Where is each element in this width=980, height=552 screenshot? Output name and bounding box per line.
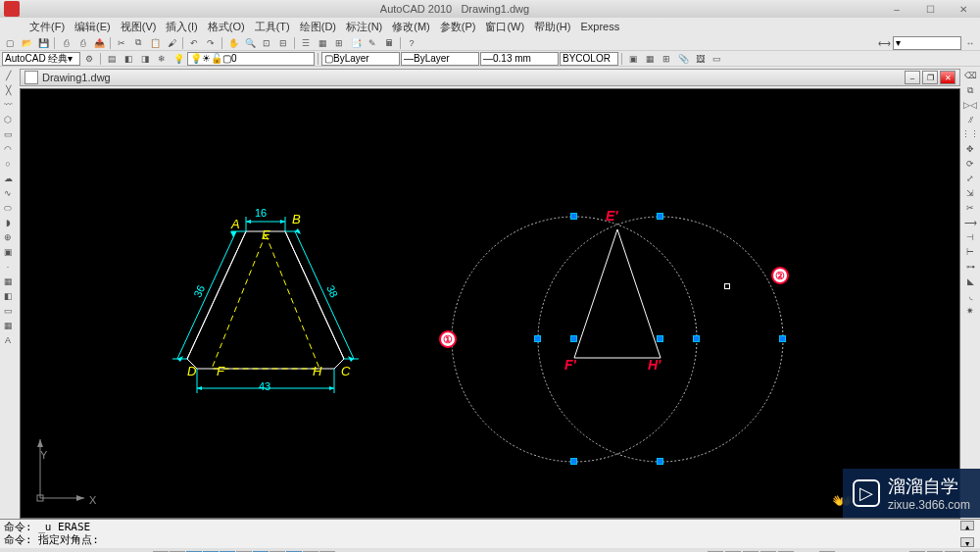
menu-file[interactable]: 文件(F) xyxy=(25,19,69,35)
layer-freeze-icon[interactable]: ❄ xyxy=(154,52,170,66)
erase-icon[interactable]: ⌫ xyxy=(963,69,977,82)
grip-circle2-east[interactable] xyxy=(779,335,786,342)
cmd-scroll-down[interactable]: ▼ xyxy=(960,537,974,547)
block-insert-icon[interactable]: ▣ xyxy=(625,52,641,66)
rectangle-icon[interactable]: ▭ xyxy=(1,127,15,141)
spline-icon[interactable]: ∿ xyxy=(1,186,15,200)
mirror-icon[interactable]: ▷◁ xyxy=(963,98,977,112)
cut-icon[interactable]: ✂ xyxy=(114,36,129,50)
grip-circle2-south[interactable] xyxy=(657,458,663,465)
menu-dimension[interactable]: 标注(N) xyxy=(342,19,386,35)
publish-icon[interactable]: 📤 xyxy=(91,36,107,50)
dim-style-dropdown[interactable]: ▾ xyxy=(893,36,961,50)
grip-circle2-west[interactable] xyxy=(534,335,541,342)
ellipsearc-icon[interactable]: ◗ xyxy=(1,216,15,229)
image-icon[interactable]: 🖼 xyxy=(692,52,708,66)
menu-tools[interactable]: 工具(T) xyxy=(251,19,294,35)
plotstyle-dropdown[interactable]: BYCOLOR xyxy=(560,52,618,66)
menu-insert[interactable]: 插入(I) xyxy=(162,19,201,35)
doc-minimize-button[interactable]: – xyxy=(905,71,920,84)
zoom-previous-icon[interactable]: ⊟ xyxy=(275,36,291,50)
calc-icon[interactable]: 🖩 xyxy=(381,36,397,50)
sheet-set-icon[interactable]: 📑 xyxy=(348,36,364,50)
scale-icon[interactable]: ⤢ xyxy=(963,172,977,185)
break-icon[interactable]: ⊢ xyxy=(963,245,977,259)
paste-icon[interactable]: 📋 xyxy=(147,36,163,50)
hatch-icon[interactable]: ▦ xyxy=(1,275,15,288)
ellipse-icon[interactable]: ⬭ xyxy=(1,201,15,215)
redo-icon[interactable]: ↷ xyxy=(203,36,219,50)
drawing-canvas[interactable]: A B C D E F H 16 36 38 43 xyxy=(20,88,960,519)
pan-icon[interactable]: ✋ xyxy=(225,36,241,50)
color-dropdown[interactable]: ▢ ByLayer xyxy=(321,52,400,66)
maximize-button[interactable]: ☐ xyxy=(917,2,943,16)
region-icon[interactable]: ▭ xyxy=(1,304,15,318)
block-create-icon[interactable]: ▦ xyxy=(642,52,658,66)
layer-iso-icon[interactable]: ◨ xyxy=(137,52,153,66)
doc-close-button[interactable]: ✕ xyxy=(940,71,956,84)
tool-palette-icon[interactable]: ⊞ xyxy=(331,36,347,50)
xref-icon[interactable]: 📎 xyxy=(675,52,691,66)
join-icon[interactable]: ⊶ xyxy=(963,260,977,274)
zoom-realtime-icon[interactable]: 🔍 xyxy=(242,36,258,50)
menu-edit[interactable]: 编辑(E) xyxy=(71,19,115,35)
layer-states-icon[interactable]: ◧ xyxy=(121,52,136,66)
circle-icon[interactable]: ○ xyxy=(1,157,15,171)
trim-icon[interactable]: ✂ xyxy=(963,201,977,215)
point-icon[interactable]: · xyxy=(1,260,15,274)
arc-icon[interactable]: ◠ xyxy=(1,142,15,156)
gradient-icon[interactable]: ◧ xyxy=(1,289,15,303)
block-edit-icon[interactable]: ⊞ xyxy=(659,52,674,66)
extend-icon[interactable]: ⟶ xyxy=(963,216,977,229)
cmd-scroll-up[interactable]: ▲ xyxy=(960,521,974,530)
menu-view[interactable]: 视图(V) xyxy=(117,19,161,35)
menu-help[interactable]: 帮助(H) xyxy=(530,19,574,35)
chamfer-icon[interactable]: ◣ xyxy=(963,275,977,288)
copy-obj-icon[interactable]: ⧉ xyxy=(963,83,977,97)
save-icon[interactable]: 💾 xyxy=(35,36,51,50)
array-icon[interactable]: ⋮⋮ xyxy=(963,127,977,141)
minimize-button[interactable]: – xyxy=(884,2,909,16)
grip-circle2-north[interactable] xyxy=(657,213,663,220)
linetype-dropdown[interactable]: — ByLayer xyxy=(401,52,479,66)
pline-icon[interactable]: 〰 xyxy=(1,98,15,112)
move-icon[interactable]: ✥ xyxy=(963,142,977,156)
copy-icon[interactable]: ⧉ xyxy=(130,36,146,50)
command-line[interactable]: 命令: _u ERASE 命令: 指定对角点: 命令: ▲ ▼ xyxy=(0,519,980,548)
insert-icon[interactable]: ⊕ xyxy=(1,230,15,244)
lineweight-dropdown[interactable]: — 0.13 mm xyxy=(480,52,559,66)
menu-express[interactable]: Express xyxy=(576,20,623,33)
menu-modify[interactable]: 修改(M) xyxy=(388,19,434,35)
open-icon[interactable]: 📂 xyxy=(19,36,34,50)
markup-icon[interactable]: ✎ xyxy=(365,36,380,50)
xline-icon[interactable]: ╳ xyxy=(1,83,15,97)
menu-parametric[interactable]: 参数(P) xyxy=(436,19,480,35)
grip-circle1-center[interactable] xyxy=(570,335,577,342)
break-point-icon[interactable]: ⊣ xyxy=(963,230,977,244)
mtext-icon[interactable]: A xyxy=(1,333,15,347)
doc-restore-button[interactable]: ❐ xyxy=(922,71,938,84)
menu-window[interactable]: 窗口(W) xyxy=(481,19,528,35)
line-icon[interactable]: ╱ xyxy=(1,69,15,82)
grip-circle1-east[interactable] xyxy=(693,335,700,342)
polygon-icon[interactable]: ⬡ xyxy=(1,113,15,126)
workspace-dropdown[interactable]: AutoCAD 经典 ▾ xyxy=(2,52,80,66)
offset-icon[interactable]: ⫽ xyxy=(963,113,977,126)
dim-tool-icon[interactable]: ↔ xyxy=(962,36,978,50)
preview-icon[interactable]: ⎙ xyxy=(74,36,90,50)
design-center-icon[interactable]: ▦ xyxy=(315,36,330,50)
undo-icon[interactable]: ↶ xyxy=(186,36,202,50)
new-icon[interactable]: ▢ xyxy=(2,36,18,50)
field-icon[interactable]: ▭ xyxy=(709,52,724,66)
help-icon[interactable]: ? xyxy=(404,36,419,50)
explode-icon[interactable]: ✷ xyxy=(963,304,977,318)
stretch-icon[interactable]: ⇲ xyxy=(963,186,977,200)
revcloud-icon[interactable]: ☁ xyxy=(1,172,15,185)
grip-circle1-south[interactable] xyxy=(570,458,577,465)
rotate-icon[interactable]: ⟳ xyxy=(963,157,977,171)
make-block-icon[interactable]: ▣ xyxy=(1,245,15,259)
layer-props-icon[interactable]: ▤ xyxy=(104,52,120,66)
matchprop-icon[interactable]: 🖌 xyxy=(164,36,179,50)
menu-draw[interactable]: 绘图(D) xyxy=(296,19,340,35)
workspace-settings-icon[interactable]: ⚙ xyxy=(81,52,97,66)
